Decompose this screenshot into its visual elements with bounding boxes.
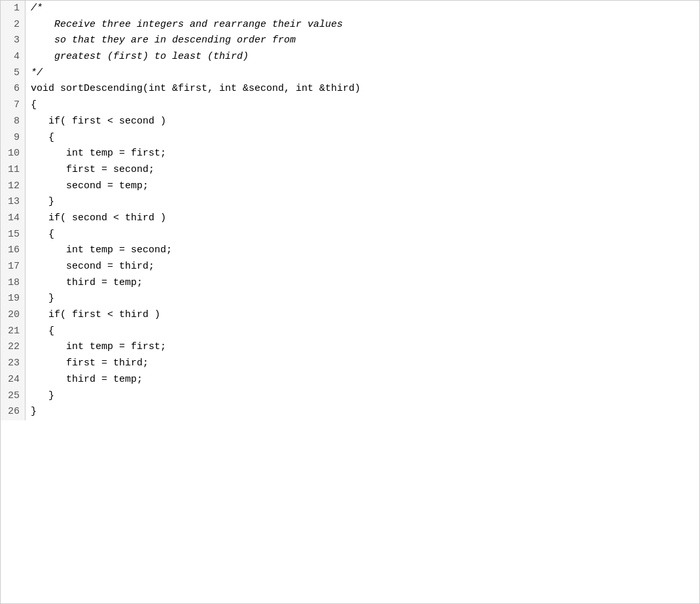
line-number: 17 bbox=[1, 259, 26, 275]
line-content: third = temp; bbox=[26, 372, 699, 388]
line-content: } bbox=[26, 194, 699, 210]
code-line-row: 11 first = second; bbox=[1, 162, 699, 178]
code-line-row: 26} bbox=[1, 404, 699, 420]
line-content: } bbox=[26, 404, 699, 420]
code-line-row: 9 { bbox=[1, 130, 699, 146]
line-content: second = temp; bbox=[26, 178, 699, 195]
line-number: 26 bbox=[1, 404, 26, 420]
code-line-row: 20 if( first < third ) bbox=[1, 307, 699, 324]
line-content: { bbox=[26, 227, 699, 243]
code-line-row: 23 first = third; bbox=[1, 356, 699, 372]
line-number: 18 bbox=[1, 275, 26, 292]
line-number: 21 bbox=[1, 324, 26, 340]
line-content: } bbox=[26, 388, 699, 405]
line-content: int temp = second; bbox=[26, 243, 699, 259]
line-content: if( first < second ) bbox=[26, 114, 699, 130]
line-number: 15 bbox=[1, 227, 26, 243]
line-content: } bbox=[26, 291, 699, 307]
line-content: void sortDescending(int &first, int &sec… bbox=[26, 81, 699, 97]
code-lines: 1/*2 Receive three integers and rearrang… bbox=[1, 1, 699, 420]
line-number: 1 bbox=[1, 1, 26, 17]
line-number: 3 bbox=[1, 33, 26, 49]
code-line-row: 19 } bbox=[1, 291, 699, 307]
code-line-row: 24 third = temp; bbox=[1, 372, 699, 388]
line-number: 8 bbox=[1, 114, 26, 130]
code-line-row: 21 { bbox=[1, 324, 699, 340]
code-line-row: 12 second = temp; bbox=[1, 178, 699, 195]
code-line-row: 6void sortDescending(int &first, int &se… bbox=[1, 81, 699, 97]
code-line-row: 2 Receive three integers and rearrange t… bbox=[1, 17, 699, 33]
code-line-row: 22 int temp = first; bbox=[1, 339, 699, 356]
line-number: 5 bbox=[1, 65, 26, 82]
line-number: 20 bbox=[1, 307, 26, 324]
line-number: 24 bbox=[1, 372, 26, 388]
line-number: 2 bbox=[1, 17, 26, 33]
code-line-row: 1/* bbox=[1, 1, 699, 17]
code-line-row: 15 { bbox=[1, 227, 699, 243]
line-number: 4 bbox=[1, 49, 26, 65]
code-line-row: 10 int temp = first; bbox=[1, 146, 699, 162]
line-number: 19 bbox=[1, 291, 26, 307]
code-line-row: 8 if( first < second ) bbox=[1, 114, 699, 130]
line-content: if( first < third ) bbox=[26, 307, 699, 324]
code-line-row: 13 } bbox=[1, 194, 699, 210]
line-number: 22 bbox=[1, 339, 26, 356]
line-content: first = third; bbox=[26, 356, 699, 372]
line-number: 10 bbox=[1, 146, 26, 162]
line-number: 11 bbox=[1, 162, 26, 178]
code-line-row: 18 third = temp; bbox=[1, 275, 699, 292]
line-number: 7 bbox=[1, 97, 26, 114]
line-content: Receive three integers and rearrange the… bbox=[26, 17, 699, 33]
line-number: 16 bbox=[1, 243, 26, 259]
line-number: 12 bbox=[1, 178, 26, 195]
line-content: */ bbox=[26, 65, 699, 82]
code-line-row: 16 int temp = second; bbox=[1, 243, 699, 259]
line-number: 9 bbox=[1, 130, 26, 146]
line-content: int temp = first; bbox=[26, 146, 699, 162]
code-line-row: 14 if( second < third ) bbox=[1, 210, 699, 227]
line-content: { bbox=[26, 130, 699, 146]
code-line-row: 7{ bbox=[1, 97, 699, 114]
line-number: 14 bbox=[1, 210, 26, 227]
code-line-row: 25 } bbox=[1, 388, 699, 405]
line-number: 25 bbox=[1, 388, 26, 405]
line-content: if( second < third ) bbox=[26, 210, 699, 227]
line-content: /* bbox=[26, 1, 699, 17]
line-content: first = second; bbox=[26, 162, 699, 178]
line-content: int temp = first; bbox=[26, 339, 699, 356]
code-line-row: 5*/ bbox=[1, 65, 699, 82]
line-number: 6 bbox=[1, 81, 26, 97]
line-content: greatest (first) to least (third) bbox=[26, 49, 699, 65]
line-number: 23 bbox=[1, 356, 26, 372]
code-line-row: 4 greatest (first) to least (third) bbox=[1, 49, 699, 65]
code-line-row: 17 second = third; bbox=[1, 259, 699, 275]
code-container: 1/*2 Receive three integers and rearrang… bbox=[0, 0, 700, 604]
line-content: { bbox=[26, 324, 699, 340]
line-number: 13 bbox=[1, 194, 26, 210]
line-content: third = temp; bbox=[26, 275, 699, 292]
line-content: second = third; bbox=[26, 259, 699, 275]
code-line-row: 3 so that they are in descending order f… bbox=[1, 33, 699, 49]
line-content: { bbox=[26, 97, 699, 114]
line-content: so that they are in descending order fro… bbox=[26, 33, 699, 49]
